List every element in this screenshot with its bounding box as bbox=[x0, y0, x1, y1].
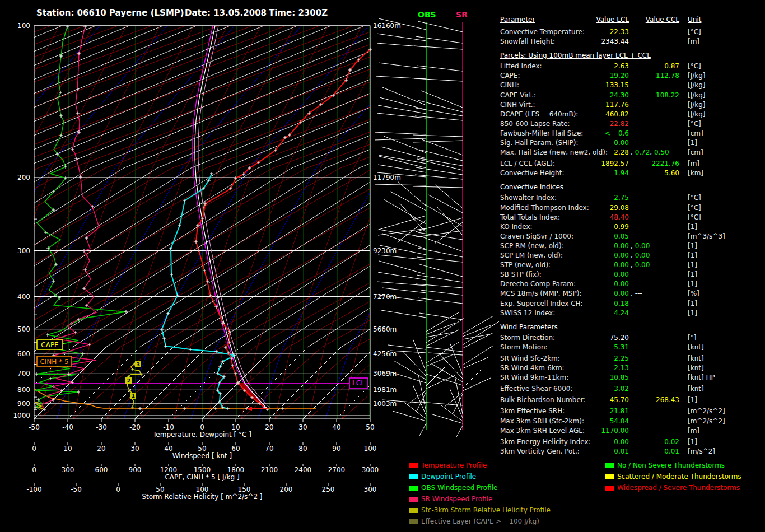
legend-swatch bbox=[409, 508, 418, 513]
legend-label: OBS Windspeed Profile bbox=[421, 484, 497, 492]
legend-label: SR Windspeed Profile bbox=[421, 495, 492, 503]
sounding-screen: 10016160m20011790m3009230m4007270m500566… bbox=[0, 0, 765, 532]
legend-label: No / Non Severe Thunderstorms bbox=[617, 461, 725, 469]
legend-swatch bbox=[409, 474, 418, 479]
legend-swatch bbox=[409, 486, 418, 491]
legend-label: Temperature Profile bbox=[421, 461, 487, 469]
legend-label: Dewpoint Profile bbox=[421, 473, 476, 480]
legend-swatch bbox=[409, 463, 418, 468]
legend-label: Widespread / Severe Thunderstorms bbox=[617, 484, 740, 492]
legend: Temperature ProfileDewpoint ProfileOBS W… bbox=[0, 0, 765, 532]
legend-swatch bbox=[409, 519, 418, 524]
legend-swatch bbox=[409, 497, 418, 502]
legend-swatch bbox=[605, 474, 614, 479]
legend-label: Effective Layer (CAPE >= 100 J/kg) bbox=[421, 517, 539, 525]
legend-swatch bbox=[605, 463, 614, 468]
legend-swatch bbox=[605, 486, 614, 491]
legend-label: Scattered / Moderate Thunderstorms bbox=[617, 473, 741, 480]
legend-label: Sfc-3km Storm Relative Helicity Profile bbox=[421, 506, 551, 514]
